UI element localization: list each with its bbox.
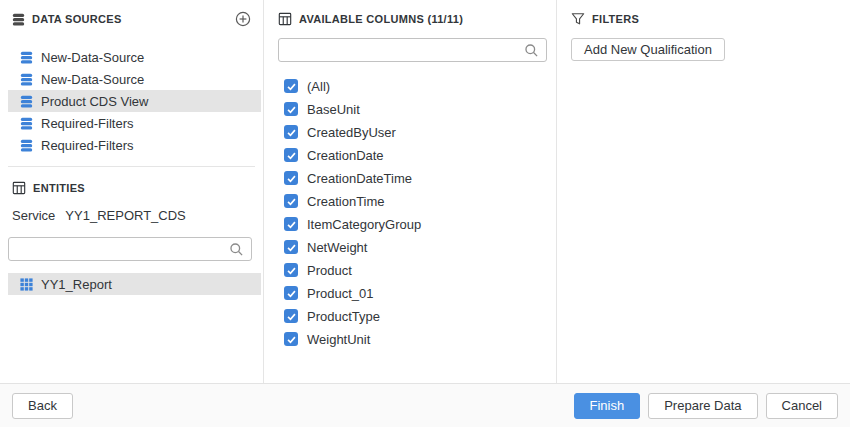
database-icon [20, 51, 33, 64]
add-data-source-button[interactable] [235, 11, 251, 27]
entities-search-input[interactable] [9, 238, 251, 260]
data-sources-header: DATA SOURCES [0, 0, 263, 38]
data-source-label: New-Data-Source [41, 72, 144, 87]
checkbox-checked-icon[interactable] [284, 79, 298, 93]
columns-list: (All) BaseUnit CreatedByUser CreationDat… [264, 62, 556, 350]
prepare-data-button[interactable]: Prepare Data [648, 393, 757, 419]
entities-search [8, 237, 252, 261]
data-source-item[interactable]: Required-Filters [8, 112, 261, 134]
column-label: CreatedByUser [307, 125, 396, 140]
search-icon [229, 242, 244, 257]
data-source-label: Product CDS View [41, 94, 148, 109]
data-sources-panel: DATA SOURCES New-Dat [0, 0, 264, 383]
data-source-label: Required-Filters [41, 116, 133, 131]
filters-title: FILTERS [592, 13, 639, 25]
checkbox-checked-icon[interactable] [284, 148, 298, 162]
back-button[interactable]: Back [12, 393, 73, 419]
table-icon [12, 181, 26, 195]
service-value: YY1_REPORT_CDS [65, 208, 185, 223]
column-label: BaseUnit [307, 102, 360, 117]
add-new-qualification-button[interactable]: Add New Qualification [571, 38, 725, 61]
columns-search-input[interactable] [279, 39, 546, 61]
search-icon [524, 43, 539, 58]
checkbox-checked-icon[interactable] [284, 194, 298, 208]
column-item[interactable]: CreatedByUser [284, 121, 556, 143]
footer-bar: Back Finish Prepare Data Cancel [0, 383, 850, 427]
column-item[interactable]: Product_01 [284, 282, 556, 304]
column-item[interactable]: CreationDateTime [284, 167, 556, 189]
checkbox-checked-icon[interactable] [284, 240, 298, 254]
database-icon [20, 139, 33, 152]
column-item[interactable]: (All) [284, 75, 556, 97]
checkbox-checked-icon[interactable] [284, 309, 298, 323]
filter-icon [571, 12, 585, 26]
column-label: (All) [307, 79, 330, 94]
column-label: CreationDateTime [307, 171, 412, 186]
finish-button[interactable]: Finish [574, 393, 641, 419]
column-label: WeightUnit [307, 332, 370, 347]
data-source-label: New-Data-Source [41, 50, 144, 65]
checkbox-checked-icon[interactable] [284, 263, 298, 277]
grid-icon [20, 278, 33, 291]
service-line: Service YY1_REPORT_CDS [0, 195, 263, 223]
available-columns-panel: AVAILABLE COLUMNS (11/11) (All) [264, 0, 557, 383]
available-columns-title: AVAILABLE COLUMNS (11/11) [299, 13, 463, 25]
entity-item-selected[interactable]: YY1_Report [8, 273, 261, 295]
data-source-item[interactable]: Required-Filters [8, 134, 261, 156]
data-sources-title: DATA SOURCES [32, 13, 122, 25]
table-icon [278, 12, 292, 26]
checkbox-checked-icon[interactable] [284, 332, 298, 346]
service-label: Service [12, 208, 55, 223]
main-content: DATA SOURCES New-Dat [0, 0, 850, 383]
column-item[interactable]: BaseUnit [284, 98, 556, 120]
column-label: ItemCategoryGroup [307, 217, 421, 232]
data-source-item-selected[interactable]: Product CDS View [8, 90, 261, 112]
column-item[interactable]: CreationTime [284, 190, 556, 212]
column-item[interactable]: Product [284, 259, 556, 281]
database-icon [20, 117, 33, 130]
data-sources-list: New-Data-Source New-Data-Source Product … [0, 38, 263, 156]
checkbox-checked-icon[interactable] [284, 102, 298, 116]
plus-circle-icon [235, 11, 251, 27]
query-designer-window: DATA SOURCES New-Dat [0, 0, 850, 427]
entities-header: ENTITIES [0, 167, 263, 195]
database-icon [20, 73, 33, 86]
checkbox-checked-icon[interactable] [284, 171, 298, 185]
entity-label: YY1_Report [41, 277, 112, 292]
checkbox-checked-icon[interactable] [284, 286, 298, 300]
filters-header: FILTERS [557, 0, 850, 38]
entity-list: YY1_Report [0, 273, 263, 295]
checkbox-checked-icon[interactable] [284, 125, 298, 139]
column-item[interactable]: WeightUnit [284, 328, 556, 350]
column-label: NetWeight [307, 240, 367, 255]
column-label: Product [307, 263, 352, 278]
data-source-label: Required-Filters [41, 138, 133, 153]
column-item[interactable]: CreationDate [284, 144, 556, 166]
column-label: CreationTime [307, 194, 385, 209]
column-item[interactable]: ItemCategoryGroup [284, 213, 556, 235]
column-label: ProductType [307, 309, 380, 324]
database-icon [20, 95, 33, 108]
columns-search [278, 38, 547, 62]
checkbox-checked-icon[interactable] [284, 217, 298, 231]
data-source-item[interactable]: New-Data-Source [8, 68, 261, 90]
entities-title: ENTITIES [33, 182, 85, 194]
column-label: CreationDate [307, 148, 384, 163]
cancel-button[interactable]: Cancel [766, 393, 838, 419]
data-source-item[interactable]: New-Data-Source [8, 46, 261, 68]
database-icon [12, 13, 25, 26]
filters-panel: FILTERS Add New Qualification [557, 0, 850, 383]
available-columns-header: AVAILABLE COLUMNS (11/11) [264, 0, 556, 38]
column-item[interactable]: NetWeight [284, 236, 556, 258]
footer-actions: Finish Prepare Data Cancel [574, 393, 838, 419]
column-item[interactable]: ProductType [284, 305, 556, 327]
column-label: Product_01 [307, 286, 374, 301]
